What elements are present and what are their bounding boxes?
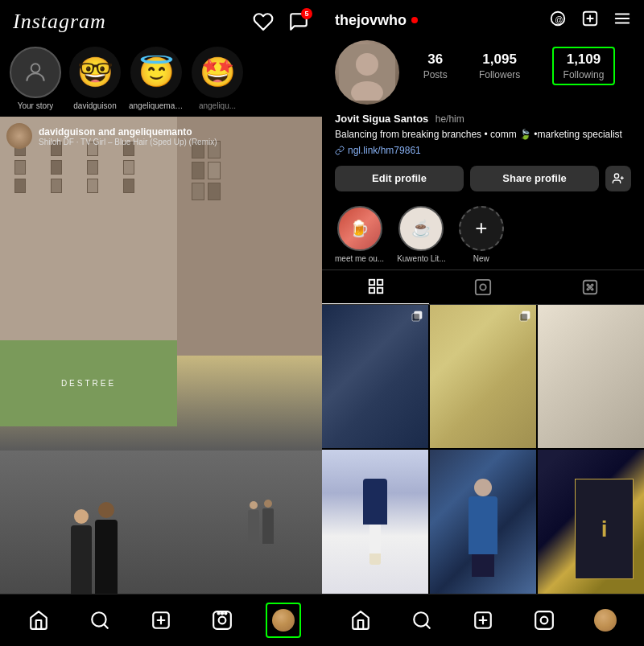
story-1[interactable]: 🤓 davidguison <box>69 47 121 110</box>
your-story[interactable]: Your story <box>10 47 61 110</box>
tab-grid[interactable] <box>322 270 429 304</box>
story-3[interactable]: 🤩 angeliqu... <box>192 47 243 110</box>
instagram-logo: Instagram <box>13 10 106 34</box>
stat-followers[interactable]: 1,095 Followers <box>479 51 520 80</box>
stat-following[interactable]: 1,109 Following <box>552 47 616 85</box>
posts-label: Posts <box>423 69 448 80</box>
profile-link-text: ngl.link/hm79861 <box>348 145 421 156</box>
stats-section: 36 Posts 1,095 Followers 1,109 Following <box>407 40 631 85</box>
message-badge: 5 <box>301 8 312 19</box>
right-nav-home[interactable] <box>343 603 378 638</box>
grid-cell-1[interactable] <box>322 305 428 449</box>
highlight-2-label: Kuwento Lit... <box>397 254 446 263</box>
right-header-icons: @ <box>549 10 631 31</box>
highlight-1-circle: 🍺 <box>337 206 382 251</box>
svg-rect-27 <box>369 288 374 293</box>
live-indicator <box>411 17 418 23</box>
story-3-label: angeliqu... <box>199 101 236 110</box>
stories-row: Your story 🤓 davidguison 😇 angeliquemant… <box>0 40 322 117</box>
grid-cell-4[interactable] <box>322 450 428 594</box>
profile-link[interactable]: ngl.link/hm79861 <box>335 145 631 156</box>
svg-rect-25 <box>369 280 374 285</box>
add-content-button[interactable] <box>581 10 599 31</box>
multi-badge-2 <box>518 310 531 326</box>
photo-grid: i <box>322 305 644 594</box>
nav-profile[interactable] <box>266 603 301 638</box>
svg-point-33 <box>592 284 593 286</box>
highlight-1[interactable]: 🍺 meet me ou... <box>335 206 384 263</box>
grid-cell-3[interactable] <box>538 305 644 449</box>
posts-count: 36 <box>427 51 443 68</box>
multi-badge-1 <box>411 310 423 326</box>
svg-point-30 <box>480 284 485 290</box>
menu-button[interactable] <box>613 10 631 31</box>
post-user-bar: davidguison and angeliquemanto Shiloh DF… <box>6 123 316 149</box>
action-buttons: Edit profile Share profile <box>322 158 644 200</box>
building: DESTREE <box>0 117 177 426</box>
svg-point-35 <box>592 289 593 290</box>
followers-count: 1,095 <box>482 51 517 68</box>
svg-point-34 <box>588 289 589 290</box>
svg-point-32 <box>588 284 589 286</box>
share-profile-button[interactable]: Share profile <box>470 166 599 191</box>
right-profile-thumb <box>594 609 617 632</box>
post-preview[interactable]: davidguison and angeliquemanto Shiloh DF… <box>0 117 322 594</box>
highlight-new-label: New <box>473 254 489 263</box>
username-text: thejovwho <box>335 12 407 29</box>
right-nav-reels[interactable] <box>526 603 562 638</box>
highlight-new[interactable]: + New <box>459 206 504 263</box>
svg-text:@: @ <box>555 15 563 24</box>
left-panel: Instagram 5 <box>0 0 322 646</box>
store-name: DESTREE <box>61 379 116 388</box>
messages-button[interactable]: 5 <box>288 11 309 32</box>
right-header: thejovwho @ <box>322 0 644 37</box>
story-1-emoji: 🤓 <box>77 56 114 89</box>
storefront: DESTREE <box>0 340 177 427</box>
story-2-label: angeliquemanto <box>129 101 184 110</box>
left-bottom-nav <box>0 594 322 646</box>
highlight-2-circle: ☕ <box>398 206 444 251</box>
add-user-button[interactable] <box>605 166 631 191</box>
nav-create[interactable] <box>143 603 179 638</box>
profile-thumb-icon <box>272 609 295 632</box>
svg-point-46 <box>541 617 548 624</box>
highlight-2[interactable]: ☕ Kuwento Lit... <box>397 206 446 263</box>
nav-home[interactable] <box>21 603 56 638</box>
bio-text: Balancing from breaking branches • comm … <box>335 128 631 142</box>
svg-point-8 <box>218 612 220 614</box>
svg-point-9 <box>221 612 223 614</box>
right-nav-search[interactable] <box>404 603 440 638</box>
tab-reels[interactable] <box>429 270 536 304</box>
story-2[interactable]: 😇 angeliquemanto <box>129 47 184 110</box>
svg-point-22 <box>614 174 618 178</box>
notifications-button[interactable] <box>253 11 274 32</box>
post-song: Shiloh DF · TV Girl – Blue Hair (Sped Up… <box>39 138 217 146</box>
grid-cell-6[interactable]: i <box>538 450 644 594</box>
left-header: Instagram 5 <box>0 0 322 40</box>
svg-point-10 <box>225 612 226 614</box>
tabs-row <box>322 270 644 305</box>
right-nav-create[interactable] <box>465 603 501 638</box>
svg-rect-45 <box>535 611 553 629</box>
pronouns: he/him <box>436 113 464 125</box>
svg-rect-37 <box>412 313 419 320</box>
edit-profile-button[interactable]: Edit profile <box>335 166 464 191</box>
nav-reels[interactable] <box>204 603 240 638</box>
svg-rect-28 <box>377 288 382 293</box>
tab-tagged[interactable] <box>537 270 644 304</box>
threads-button[interactable]: @ <box>549 10 567 31</box>
grid-cell-5[interactable] <box>430 450 536 594</box>
svg-point-7 <box>219 617 226 624</box>
your-story-label: Your story <box>18 101 54 110</box>
profile-avatar <box>335 40 399 105</box>
post-username: davidguison and angeliquemanto <box>39 126 217 138</box>
following-label: Following <box>564 69 605 80</box>
profile-main-section: 36 Posts 1,095 Followers 1,109 Following <box>322 37 644 108</box>
right-bottom-nav <box>322 594 644 646</box>
nav-search[interactable] <box>82 603 118 638</box>
svg-line-41 <box>426 624 430 628</box>
grid-cell-2[interactable] <box>430 305 536 449</box>
left-header-icons: 5 <box>253 11 309 32</box>
svg-rect-39 <box>520 313 527 320</box>
right-nav-profile[interactable] <box>588 603 623 638</box>
